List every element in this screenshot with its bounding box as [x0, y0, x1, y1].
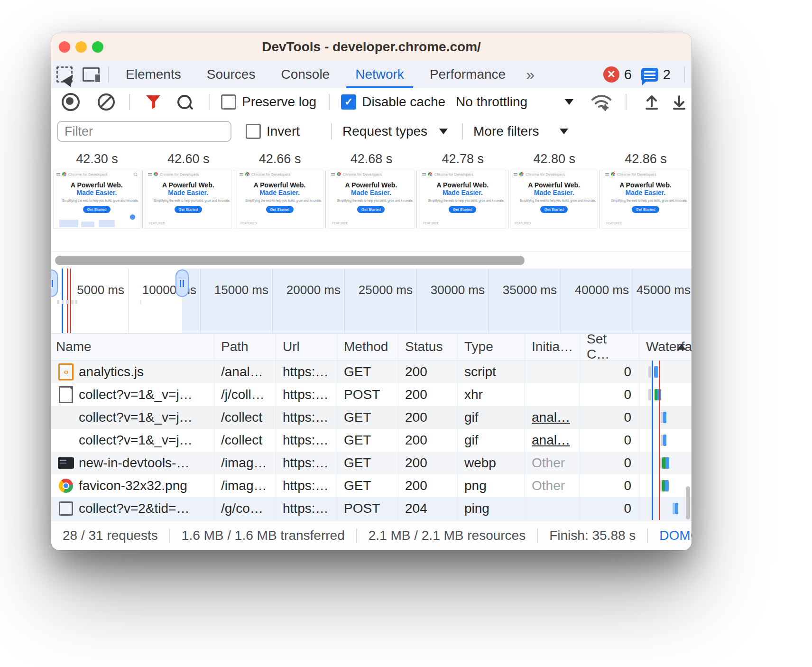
filmstrip-frame[interactable]: 42.80 s Chrome for Developers A Powerful… [508, 147, 600, 251]
invert-checkbox[interactable] [246, 124, 261, 139]
thumb-cta-button: Get Started [540, 206, 568, 213]
request-method: GET [337, 361, 398, 383]
frame-thumbnail: Chrome for Developers A Powerful Web. Ma… [419, 170, 506, 229]
column-header-type[interactable]: Type [458, 334, 525, 360]
table-row[interactable]: collect?v=2&tid=… /g/co… https:… POST 20… [51, 497, 692, 520]
chrome-logo-icon [337, 172, 341, 176]
request-mark [75, 300, 77, 304]
request-path: /collect [214, 406, 276, 429]
filmstrip-frame[interactable]: 42.66 s Chrome for Developers A Powerful… [234, 147, 326, 251]
thumb-headline: A Powerful Web. [602, 181, 689, 189]
thumb-badge [130, 214, 135, 220]
network-filter-bar: Invert Request types More filters [51, 116, 692, 148]
requests-table-body: ‹›analytics.js /anal… https:… GET 200 sc… [51, 361, 692, 520]
tab-network[interactable]: Network [342, 61, 417, 88]
more-tabs-button[interactable]: » [518, 66, 541, 83]
timeline-overview[interactable]: 5000 ms 10000 ms 15000 ms 20000 ms 25000… [51, 269, 692, 333]
divider [626, 94, 627, 110]
devtools-tab-bar: Elements Sources Console Network Perform… [51, 61, 692, 89]
filmstrip-frame[interactable]: 42.30 s Chrome for Developers A Powerful… [51, 147, 143, 251]
request-url: https:… [276, 406, 337, 429]
device-toolbar-button[interactable] [78, 61, 104, 88]
filmstrip-frame[interactable]: 42.78 s Chrome for Developers A Powerful… [417, 147, 508, 251]
thumb-headline2: Made Easier. [237, 189, 323, 196]
request-waterfall [639, 361, 692, 383]
import-har-icon[interactable] [645, 94, 659, 110]
filmstrip-frame[interactable]: 42.68 s Chrome for Developers A Powerful… [326, 147, 417, 251]
table-row[interactable]: collect?v=1&_v=j… /collect https:… GET 2… [51, 406, 692, 429]
table-row[interactable]: new-in-devtools-… /imag… https:… GET 200… [51, 452, 692, 474]
tab-elements[interactable]: Elements [113, 61, 194, 88]
request-status: 200 [398, 474, 458, 497]
invert-label[interactable]: Invert [267, 124, 300, 139]
hamburger-icon [331, 173, 335, 174]
frame-thumbnail: Chrome for Developers A Powerful Web. Ma… [510, 170, 598, 229]
request-types-dropdown[interactable]: Request types [342, 124, 448, 139]
request-method: POST [337, 497, 398, 520]
network-conditions-icon[interactable] [591, 93, 612, 111]
request-initiator [525, 497, 580, 520]
preserve-log-checkbox[interactable] [221, 94, 236, 110]
clear-network-log-icon[interactable] [98, 93, 115, 111]
preserve-log-label[interactable]: Preserve log [242, 94, 316, 110]
more-filters-dropdown[interactable]: More filters [473, 124, 568, 139]
table-row[interactable]: collect?v=1&_v=j… /j/coll… https:… POST … [51, 383, 692, 406]
more-filters-label: More filters [473, 124, 539, 139]
ping-icon [56, 500, 76, 517]
request-path: /j/coll… [214, 383, 276, 406]
request-name: collect?v=1&_v=j… [79, 387, 193, 402]
zoom-window-button[interactable] [92, 41, 103, 53]
initiator-link[interactable]: anal… [532, 410, 570, 425]
selection-handle-right[interactable] [175, 269, 189, 297]
inspect-element-button[interactable] [51, 61, 78, 88]
throttling-value: No throttling [456, 94, 527, 110]
export-har-icon[interactable] [672, 94, 686, 110]
waterfall-bar [648, 389, 651, 400]
frame-thumbnail: Chrome for Developers A Powerful Web. Ma… [328, 170, 415, 229]
column-header-name[interactable]: Name [51, 334, 214, 360]
tab-performance[interactable]: Performance [417, 61, 518, 88]
column-header-method[interactable]: Method [337, 334, 398, 360]
errors-icon[interactable]: ✕ [603, 66, 619, 83]
column-header-path[interactable]: Path [214, 334, 276, 360]
filmstrip-frame[interactable]: 42.60 s Chrome for Developers A Powerful… [143, 147, 234, 251]
tab-sources[interactable]: Sources [194, 61, 268, 88]
column-header-initiator[interactable]: Initia… [525, 334, 580, 360]
issues-icon[interactable] [641, 68, 658, 82]
column-header-set-cookies[interactable]: Set C… [580, 334, 639, 360]
initiator-link[interactable]: anal… [532, 433, 570, 448]
disable-cache-label[interactable]: Disable cache [362, 94, 445, 110]
traffic-lights [59, 41, 103, 53]
record-network-log-icon[interactable] [62, 93, 80, 111]
image-preview-icon [56, 455, 76, 471]
filmstrip-frame[interactable]: 42.86 s Chrome for Developers A Powerful… [600, 147, 692, 251]
window-title: DevTools - developer.chrome.com/ [262, 39, 481, 55]
column-header-status[interactable]: Status [398, 334, 458, 360]
column-header-url[interactable]: Url [276, 334, 337, 360]
thumb-featured-label: FEATURED [149, 222, 165, 225]
gridline [416, 269, 417, 333]
table-row[interactable]: ‹›analytics.js /anal… https:… GET 200 sc… [51, 361, 692, 383]
table-scrollbar-thumb[interactable] [686, 486, 690, 519]
table-row[interactable]: collect?v=1&_v=j… /collect https:… GET 2… [51, 429, 692, 452]
gridline [272, 269, 273, 333]
frame-timestamp: 42.68 s [326, 152, 417, 167]
request-mark [71, 300, 74, 304]
column-header-waterfall[interactable]: Waterfall [639, 334, 692, 360]
filter-input[interactable] [57, 121, 231, 142]
thumb-headline: A Powerful Web. [511, 181, 597, 189]
waterfall-bar [663, 412, 666, 423]
scrollbar-thumb[interactable] [55, 256, 525, 265]
devtools-window: DevTools - developer.chrome.com/ Element… [51, 33, 692, 550]
throttling-select[interactable]: No throttling [456, 94, 573, 110]
disable-cache-checkbox[interactable]: ✓ [341, 94, 356, 110]
request-name: analytics.js [79, 364, 144, 380]
filter-icon[interactable] [145, 94, 161, 110]
chevron-down-icon [560, 129, 568, 134]
tab-console[interactable]: Console [268, 61, 342, 88]
search-icon[interactable] [177, 95, 192, 109]
close-window-button[interactable] [59, 41, 70, 53]
selection-handle-left[interactable] [51, 269, 58, 297]
minimize-window-button[interactable] [75, 41, 87, 53]
table-row[interactable]: favicon-32x32.png /imag… https:… GET 200… [51, 474, 692, 497]
